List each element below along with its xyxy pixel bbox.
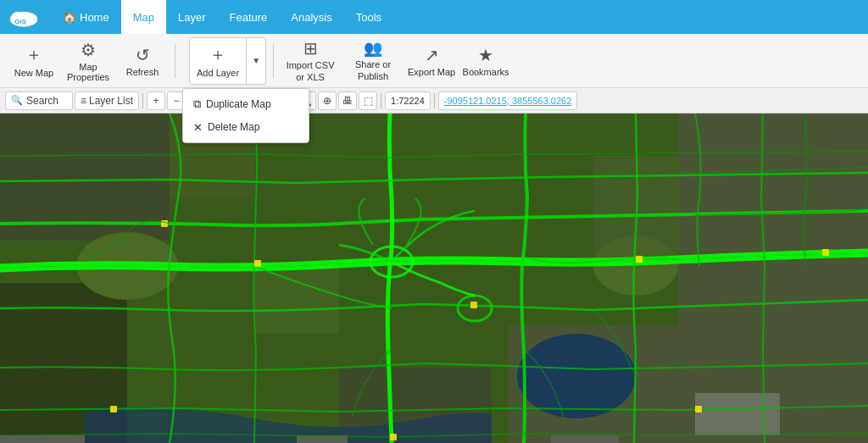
nav-map[interactable]: Map [121, 0, 166, 34]
nav-analysis-label: Analysis [291, 11, 331, 24]
svg-rect-27 [695, 406, 702, 413]
svg-rect-24 [470, 302, 477, 308]
print-button[interactable]: 🖶 [338, 91, 357, 110]
cloud-logo-icon: GIS [8, 5, 39, 29]
search-box[interactable]: 🔍 Search [5, 91, 73, 110]
delete-map-label: Delete Map [208, 121, 259, 133]
bookmarks-label: Bookmarks [463, 67, 509, 77]
home-icon: 🏠 [63, 11, 76, 24]
globe-button[interactable]: ⊕ [318, 91, 337, 110]
new-map-label: New Map [14, 68, 53, 78]
scale-display: 1:72224 [385, 91, 431, 110]
nav-layer[interactable]: Layer [166, 0, 218, 34]
export-map-button[interactable]: ↗ Export Map [406, 37, 457, 85]
plus-icon: ＋ [25, 43, 42, 66]
zoom-in-button[interactable]: + [147, 91, 165, 110]
export-map-label: Export Map [408, 67, 455, 77]
add-layer-wrapper: ＋ Add Layer ▼ [189, 37, 266, 85]
zoom-in-label: + [153, 95, 159, 107]
nav-feature-label: Feature [230, 11, 268, 24]
coords-value: -9095121.0215, 3855563.0262 [444, 96, 571, 106]
duplicate-map-item[interactable]: ⧉ Duplicate Map [183, 92, 309, 116]
export-icon: ↗ [425, 45, 439, 65]
separator-6 [434, 93, 435, 108]
share-label: Share orPublish [355, 59, 391, 81]
add-layer-label: Add Layer [197, 68, 239, 78]
layer-list-label: Layer List [89, 95, 133, 107]
zoom-out-label: − [174, 95, 180, 107]
main-toolbar: ＋ New Map ⚙ MapProperties ↺ Refresh ⧉ Du… [0, 34, 868, 88]
share-button[interactable]: 👥 Share orPublish [343, 37, 403, 85]
map-properties-button[interactable]: ⚙ MapProperties [63, 37, 114, 85]
map-toolbar: 🔍 Search ≡ Layer List + − « ℹ ▭ ✛ ⊻ 🔍 ⊕ … [0, 88, 868, 114]
delete-map-item[interactable]: ✕ Delete Map [183, 116, 309, 139]
separator-3 [142, 93, 143, 108]
search-icon: 🔍 [11, 95, 23, 106]
add-layer-button[interactable]: ＋ Add Layer [189, 37, 247, 85]
nav-home[interactable]: 🏠 Home [51, 0, 121, 34]
star-icon: ★ [478, 45, 493, 65]
separator-1 [175, 44, 175, 78]
nav-home-label: Home [80, 11, 109, 24]
gear-icon: ⚙ [81, 40, 96, 60]
duplicate-map-label: Duplicate Map [206, 98, 271, 110]
list-icon: ≡ [81, 95, 86, 107]
refresh-label: Refresh [126, 67, 159, 77]
layer-list-button[interactable]: ≡ Layer List [75, 91, 139, 110]
road-network [0, 114, 868, 443]
delete-map-icon: ✕ [193, 121, 203, 134]
map-properties-label: MapProperties [67, 62, 109, 82]
coordinates-display[interactable]: -9095121.0215, 3855563.0262 [438, 91, 577, 110]
extent-button[interactable]: ⬚ [359, 91, 377, 110]
nav-layer-label: Layer [178, 11, 206, 24]
top-navigation: GIS 🏠 Home Map Layer Feature Analysis To… [0, 0, 868, 34]
svg-rect-26 [636, 256, 643, 263]
search-label: Search [26, 95, 58, 107]
nav-analysis[interactable]: Analysis [279, 0, 343, 34]
refresh-icon: ↺ [136, 45, 150, 65]
add-layer-plus-icon: ＋ [209, 43, 226, 66]
svg-text:GIS: GIS [14, 18, 27, 25]
map-area[interactable] [0, 114, 868, 443]
map-dropdown-panel: ⧉ Duplicate Map ✕ Delete Map [182, 88, 309, 143]
scale-value: 1:72224 [391, 96, 425, 106]
nav-tools-label: Tools [356, 11, 381, 24]
table-icon: ⊞ [303, 38, 318, 58]
share-icon: 👥 [364, 39, 382, 58]
chevron-down-icon: ▼ [252, 56, 260, 65]
nav-feature[interactable]: Feature [218, 0, 280, 34]
svg-rect-29 [822, 249, 829, 256]
bookmarks-button[interactable]: ★ Bookmarks [460, 37, 511, 85]
add-layer-dropdown-arrow[interactable]: ▼ [247, 37, 266, 85]
globe-icon: ⊕ [323, 95, 331, 107]
svg-rect-28 [110, 406, 117, 413]
refresh-button[interactable]: ↺ Refresh [117, 37, 168, 85]
import-csv-label: Import CSVor XLS [287, 60, 335, 82]
app-logo[interactable]: GIS [8, 5, 42, 29]
svg-rect-31 [390, 434, 397, 440]
nav-tools[interactable]: Tools [344, 0, 393, 34]
import-csv-button[interactable]: ⊞ Import CSVor XLS [281, 37, 340, 85]
separator-5 [381, 93, 381, 108]
print-icon: 🖶 [342, 95, 353, 107]
duplicate-map-icon: ⧉ [193, 97, 201, 111]
separator-2 [273, 44, 274, 78]
svg-rect-23 [254, 260, 261, 267]
new-map-button[interactable]: ＋ New Map [8, 37, 59, 85]
nav-map-label: Map [133, 11, 154, 24]
extent-icon: ⬚ [364, 95, 373, 107]
